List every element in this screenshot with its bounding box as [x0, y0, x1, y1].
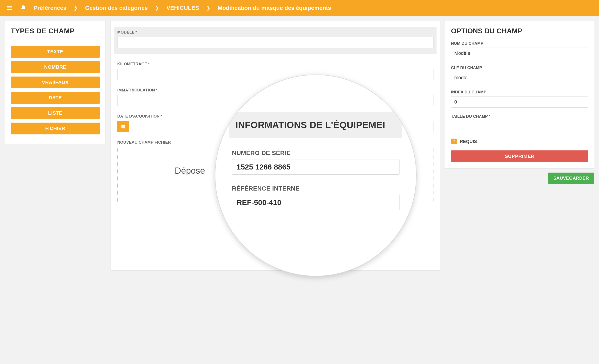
- breadcrumb-vehicules[interactable]: VEHICULES: [167, 5, 199, 11]
- menu-icon[interactable]: [6, 5, 13, 11]
- required-mark: *: [156, 88, 158, 92]
- type-nombre-button[interactable]: NOMBRE: [11, 61, 100, 73]
- topbar: Préférences ❯ Gestion des catégories ❯ V…: [0, 0, 599, 16]
- field-label: KILOMÉTRAGE*: [117, 62, 433, 66]
- ref-input[interactable]: [232, 195, 399, 210]
- nom-label: NOM DU CHAMP: [451, 41, 588, 46]
- requis-checkbox-row[interactable]: ✓ REQUIS: [451, 139, 588, 144]
- index-label: INDEX DU CHAMP: [451, 90, 588, 95]
- breadcrumb-preferences[interactable]: Préférences: [34, 5, 66, 11]
- type-date-button[interactable]: DATE: [11, 92, 100, 104]
- magnifier-banner: INFORMATIONS DE L'ÉQUIPEMEI: [229, 112, 402, 138]
- svg-rect-4: [122, 125, 125, 126]
- svg-rect-6: [124, 124, 124, 126]
- required-mark: *: [160, 114, 162, 118]
- save-button[interactable]: SAUVEGARDER: [548, 173, 594, 184]
- field-types-title: TYPES DE CHAMP: [11, 27, 100, 35]
- type-fichier-button[interactable]: FICHIER: [11, 123, 100, 134]
- nom-input[interactable]: [451, 48, 588, 59]
- ref-label: RÉFÉRENCE INTERNE: [232, 185, 399, 192]
- delete-button[interactable]: SUPPRIMER: [451, 151, 588, 162]
- type-vraifaux-button[interactable]: VRAI/FAUX: [11, 77, 100, 88]
- required-mark: *: [135, 30, 137, 35]
- taille-input[interactable]: [451, 121, 588, 132]
- type-liste-button[interactable]: LISTE: [11, 107, 100, 119]
- type-texte-button[interactable]: TEXTE: [11, 46, 100, 58]
- required-mark: *: [148, 62, 150, 66]
- magnifier-overlay: INFORMATIONS DE L'ÉQUIPEMEI NUMÉRO DE SÉ…: [215, 75, 417, 276]
- field-options-panel: OPTIONS DU CHAMP NOM DU CHAMP CLÉ DU CHA…: [445, 21, 594, 169]
- field-modele[interactable]: MODÈLE*: [114, 27, 437, 54]
- options-title: OPTIONS DU CHAMP: [451, 27, 588, 35]
- bell-icon[interactable]: [20, 5, 26, 11]
- serial-label: NUMÉRO DE SÉRIE: [232, 150, 399, 157]
- calendar-icon[interactable]: [117, 121, 129, 132]
- requis-label: REQUIS: [460, 139, 477, 144]
- serial-input[interactable]: [232, 159, 399, 175]
- breadcrumb-current: Modification du masque des équipements: [218, 5, 331, 11]
- chevron-right-icon: ❯: [207, 5, 210, 10]
- index-input[interactable]: [451, 96, 588, 108]
- checkbox-checked-icon[interactable]: ✓: [451, 139, 457, 144]
- breadcrumb-categories[interactable]: Gestion des catégories: [85, 5, 148, 11]
- taille-label: TAILLE DU CHAMP*: [451, 114, 588, 119]
- cle-input[interactable]: [451, 72, 588, 83]
- required-mark: *: [489, 114, 490, 119]
- svg-rect-5: [122, 124, 122, 126]
- cle-label: CLÉ DU CHAMP: [451, 66, 588, 70]
- field-types-panel: TYPES DE CHAMP TEXTE NOMBRE VRAI/FAUX DA…: [5, 21, 106, 144]
- field-kilometrage[interactable]: KILOMÉTRAGE*: [117, 62, 433, 80]
- chevron-right-icon: ❯: [74, 5, 78, 10]
- kilometrage-input[interactable]: [117, 69, 433, 80]
- chevron-right-icon: ❯: [155, 5, 159, 10]
- divider: [11, 40, 100, 40]
- field-label: MODÈLE*: [117, 30, 433, 35]
- modele-input[interactable]: [117, 37, 433, 48]
